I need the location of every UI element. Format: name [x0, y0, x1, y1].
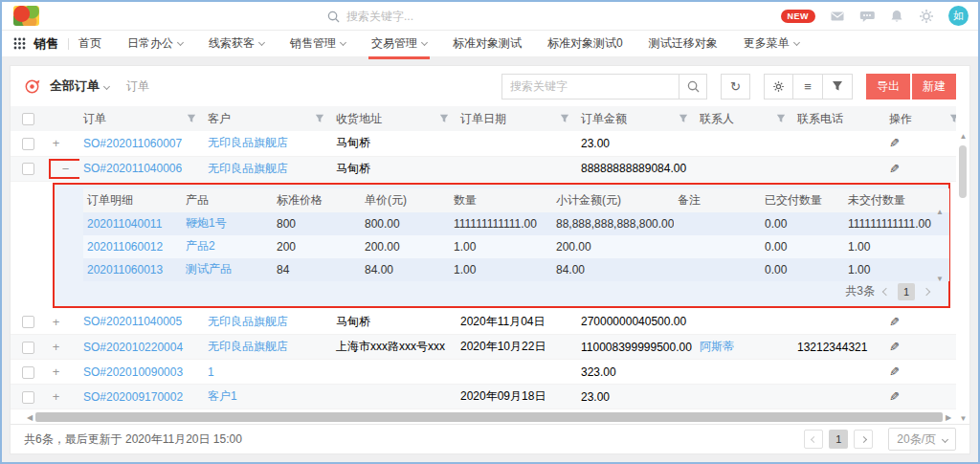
app-name[interactable]: 销售 [33, 35, 58, 53]
nav-item-sales-management[interactable]: 销售管理 [290, 35, 345, 52]
chevron-down-icon [942, 435, 948, 442]
nav-item-test-migration-object[interactable]: 测试迁移对象 [649, 35, 718, 52]
edit-icon[interactable]: ✎ [889, 340, 900, 354]
current-page[interactable]: 1 [829, 430, 848, 449]
scrollbar-thumb[interactable] [959, 145, 967, 198]
row-checkbox[interactable] [22, 391, 34, 404]
filter-icon[interactable] [679, 114, 688, 123]
edit-icon[interactable]: ✎ [889, 315, 900, 329]
nav-item-lead-acquisition[interactable]: 线索获客 [209, 35, 264, 52]
scrollbar-thumb[interactable] [35, 412, 943, 422]
filter-icon[interactable] [776, 114, 786, 123]
order-link[interactable]: SO#202011040006 [83, 162, 182, 175]
order-link[interactable]: SO#202011060007 [83, 137, 182, 150]
contact-link[interactable]: 阿斯蒂 [700, 340, 734, 353]
row-checkbox[interactable] [22, 342, 34, 354]
topbar-actions: NEW 如 [781, 6, 969, 26]
avatar[interactable]: 如 [948, 6, 969, 26]
nav-item-more-menu[interactable]: 更多菜单 [744, 35, 799, 52]
scroll-up-icon[interactable]: ▲ [957, 132, 969, 141]
detail-link[interactable]: 202011060013 [87, 263, 163, 276]
filter-icon[interactable] [949, 114, 956, 123]
product-link[interactable]: 鞭炮1号 [186, 216, 227, 230]
vertical-scrollbar[interactable]: ▲ ▼ [957, 132, 969, 423]
chat-icon[interactable] [859, 9, 875, 24]
expand-row-button[interactable]: + [49, 340, 63, 354]
order-link[interactable]: SO#202009170002 [83, 390, 183, 404]
table-row: + SO#202009170002 客户1 2020年09月18日 23.00 … [11, 385, 956, 409]
chevron-down-icon[interactable] [103, 82, 110, 89]
order-link[interactable]: SO#202011040005 [83, 315, 182, 328]
filter-icon[interactable] [187, 114, 196, 123]
scroll-left-icon[interactable]: ◀ [24, 413, 35, 422]
filter-icon[interactable] [560, 114, 569, 123]
filter-icon[interactable] [315, 114, 324, 123]
edit-icon[interactable]: ✎ [889, 389, 900, 404]
filter-icon[interactable] [439, 114, 449, 123]
create-button[interactable]: 新建 [912, 74, 956, 99]
expand-row-button[interactable]: + [49, 389, 63, 404]
prev-page-button[interactable] [804, 430, 823, 449]
nav-item-transaction-management[interactable]: 交易管理 [371, 35, 427, 52]
row-checkbox[interactable] [22, 316, 34, 328]
scroll-down-icon[interactable]: ▼ [934, 275, 946, 283]
bell-icon[interactable] [889, 9, 904, 24]
app-logo[interactable] [13, 6, 39, 26]
customer-link[interactable]: 无印良品旗舰店 [208, 315, 288, 328]
nav-item-daily-office[interactable]: 日常办公 [127, 35, 183, 52]
prev-page-icon[interactable] [882, 287, 890, 295]
table-row-expanded: − SO#202011040006 无印良品旗舰店 马甸桥 8888888888… [11, 156, 956, 181]
list-view-button[interactable]: ≡ [793, 74, 823, 99]
next-page-icon[interactable] [923, 287, 930, 295]
view-selector[interactable]: 全部订单 [50, 77, 100, 95]
product-link[interactable]: 产品2 [186, 239, 215, 253]
scroll-up-icon[interactable]: ▲ [934, 208, 946, 216]
expand-row-button[interactable]: + [49, 136, 63, 150]
customer-link[interactable]: 无印良品旗舰店 [208, 340, 288, 353]
search-input[interactable] [501, 74, 679, 99]
order-link[interactable]: SO#202010090003 [83, 365, 183, 379]
global-search[interactable]: 搜索关键字... [327, 2, 413, 31]
scroll-right-icon[interactable]: ▶ [943, 413, 954, 422]
nav-item-home[interactable]: 首页 [78, 35, 101, 52]
page-size-select[interactable]: 20条/页 [888, 428, 956, 451]
detail-link[interactable]: 202011060012 [87, 240, 163, 254]
record-summary: 共6条，最后更新于 2020年11月20日 15:00 [24, 431, 242, 448]
product-link[interactable]: 测试产品 [186, 262, 232, 276]
chevron-down-icon [793, 39, 800, 46]
edit-icon[interactable]: ✎ [889, 136, 900, 150]
nav-item-standard-object-test[interactable]: 标准对象测试 [453, 35, 522, 52]
row-checkbox[interactable] [22, 366, 34, 379]
customer-link[interactable]: 无印良品旗舰店 [208, 136, 288, 149]
search-button[interactable] [679, 74, 707, 99]
nav-item-standard-object-test0[interactable]: 标准对象测试0 [547, 35, 623, 52]
refresh-button[interactable]: ↻ [721, 74, 750, 99]
order-link[interactable]: SO#202010220004 [83, 341, 183, 354]
settings-icon[interactable] [919, 9, 934, 24]
detail-page-number[interactable]: 1 [898, 283, 915, 300]
detail-link[interactable]: 202011040011 [87, 217, 162, 231]
next-page-button[interactable] [854, 430, 873, 449]
customer-link[interactable]: 无印良品旗舰店 [208, 162, 288, 175]
collapse-row-button[interactable]: − [58, 162, 73, 176]
select-all-checkbox[interactable] [22, 113, 34, 125]
row-checkbox[interactable] [22, 138, 34, 150]
customer-link[interactable]: 客户1 [208, 389, 237, 403]
horizontal-scrollbar[interactable]: ◀ ▶ [24, 411, 954, 423]
detail-scrollbar[interactable]: ▲ ▼ [934, 208, 946, 281]
app-grid-icon[interactable] [13, 37, 26, 50]
expand-row-button[interactable]: + [49, 365, 63, 379]
expand-row-button[interactable]: + [49, 315, 63, 329]
scroll-down-icon[interactable]: ▼ [957, 414, 969, 423]
edit-icon[interactable]: ✎ [889, 162, 900, 176]
row-checkbox[interactable] [22, 163, 34, 175]
filter-button[interactable] [823, 74, 853, 99]
address-cell: 马甸桥 [332, 310, 457, 335]
new-badge[interactable]: NEW [781, 10, 816, 23]
customer-link[interactable]: 1 [208, 365, 214, 379]
view-scope-icon[interactable] [24, 78, 40, 95]
mail-icon[interactable] [830, 9, 845, 24]
export-button[interactable]: 导出 [866, 74, 910, 99]
gear-button[interactable] [764, 74, 793, 99]
edit-icon[interactable]: ✎ [889, 365, 900, 379]
